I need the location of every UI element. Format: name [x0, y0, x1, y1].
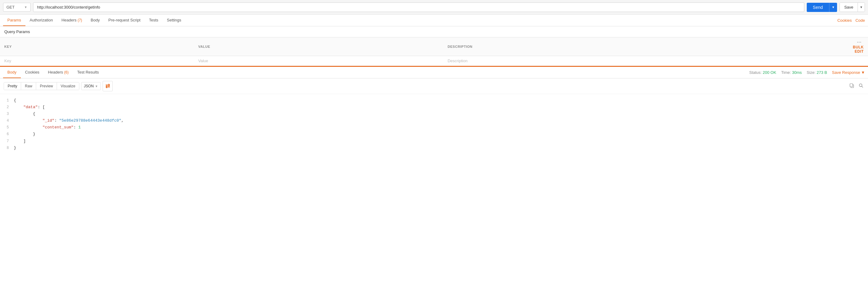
cookies-link[interactable]: Cookies: [837, 15, 852, 26]
code-content-1: {: [14, 97, 16, 104]
response-tabs: Body Cookies Headers (6) Test Results St…: [0, 66, 868, 79]
table-row: Key Value Description: [0, 56, 868, 66]
line-num-7: 7: [0, 138, 14, 144]
code-line-5: 5 "content_sum": 1: [0, 124, 868, 131]
code-content-4: "_id": "5e86e29788e64443e448dfc0",: [14, 117, 124, 124]
status-label: Status: 200 OK: [749, 70, 776, 75]
tab-response-body[interactable]: Body: [3, 67, 21, 78]
code-line-8: 8 }: [0, 145, 868, 151]
line-num-1: 1: [0, 97, 14, 104]
line-num-4: 4: [0, 118, 14, 124]
save-button-group: Save ▼: [839, 2, 865, 12]
format-tab-preview[interactable]: Preview: [36, 82, 57, 90]
value-cell[interactable]: Value: [194, 56, 443, 66]
col-value-header: VALUE: [194, 37, 443, 56]
code-line-1: 1 {: [0, 97, 868, 104]
code-link[interactable]: Code: [856, 15, 865, 26]
time-value: 30ms: [792, 70, 802, 75]
size-value: 273 B: [816, 70, 827, 75]
save-response-label: Save Response: [832, 70, 860, 75]
more-options-icon[interactable]: ···: [857, 39, 862, 45]
code-view: 1 { 2 "data": [ 3 { 4 "_id": "5e86e29788…: [0, 94, 868, 154]
url-input[interactable]: [33, 2, 804, 12]
tab-response-test-results[interactable]: Test Results: [73, 67, 103, 78]
size-label: Size: 273 B: [807, 70, 827, 75]
response-status: Status: 200 OK Time: 30ms Size: 273 B Sa…: [749, 70, 865, 75]
wrap-button[interactable]: ⇄: [103, 81, 113, 91]
method-select[interactable]: GET ▼: [3, 3, 31, 12]
code-line-2: 2 "data": [: [0, 104, 868, 111]
col-description-header: DESCRIPTION: [443, 37, 848, 56]
tab-headers[interactable]: Headers (7): [57, 15, 86, 26]
json-format-select[interactable]: JSON ▼: [81, 82, 101, 90]
col-key-header: KEY: [0, 37, 194, 56]
send-button[interactable]: Send: [807, 3, 829, 12]
svg-rect-1: [850, 84, 853, 87]
code-line-6: 6 }: [0, 131, 868, 138]
method-label: GET: [6, 5, 15, 9]
code-content-3: {: [14, 111, 35, 117]
code-line-4: 4 "_id": "5e86e29788e64443e448dfc0",: [0, 117, 868, 124]
json-format-label: JSON: [84, 84, 94, 88]
code-content-2: "data": [: [14, 104, 45, 111]
request-tabs: Params Authorization Headers (7) Body Pr…: [0, 15, 868, 26]
save-response-chevron-icon: ▼: [861, 70, 865, 75]
tab-prerequest[interactable]: Pre-request Script: [104, 15, 145, 26]
tab-params[interactable]: Params: [3, 15, 25, 26]
format-tabs: Pretty Raw Preview Visualize: [4, 82, 79, 90]
send-button-group: Send ▼: [807, 3, 837, 12]
json-format-chevron-icon: ▼: [95, 85, 98, 88]
request-tabs-right: Cookies Code: [837, 15, 865, 26]
copy-icon[interactable]: [848, 82, 855, 90]
col-actions-header: ··· Bulk Edit: [848, 37, 868, 56]
toolbar-right: [848, 82, 864, 90]
code-content-5: "content_sum": 1: [14, 124, 81, 131]
line-num-8: 8: [0, 145, 14, 151]
line-num-6: 6: [0, 131, 14, 137]
code-line-7: 7 ]: [0, 138, 868, 145]
params-table: KEY VALUE DESCRIPTION ··· Bulk Edit Key …: [0, 37, 868, 66]
line-num-3: 3: [0, 111, 14, 117]
body-toolbar: Pretty Raw Preview Visualize JSON ▼ ⇄: [0, 79, 868, 94]
format-tab-visualize[interactable]: Visualize: [57, 82, 79, 90]
line-num-2: 2: [0, 104, 14, 110]
time-label: Time: 30ms: [781, 70, 802, 75]
row-actions-cell: [848, 56, 868, 66]
tab-tests[interactable]: Tests: [145, 15, 163, 26]
format-tab-pretty[interactable]: Pretty: [4, 82, 21, 90]
code-content-8: }: [14, 145, 16, 151]
method-chevron-icon: ▼: [24, 5, 27, 9]
search-icon[interactable]: [858, 82, 864, 90]
query-params-label: Query Params: [0, 26, 868, 37]
save-button[interactable]: Save: [840, 3, 858, 12]
status-value: 200 OK: [763, 70, 776, 75]
tab-response-headers[interactable]: Headers (6): [44, 67, 73, 78]
save-response-button[interactable]: Save Response ▼: [832, 70, 865, 75]
bulk-edit-button[interactable]: Bulk Edit: [853, 45, 864, 54]
tab-authorization[interactable]: Authorization: [25, 15, 57, 26]
key-cell[interactable]: Key: [0, 56, 194, 66]
tab-settings[interactable]: Settings: [163, 15, 186, 26]
code-line-3: 3 {: [0, 111, 868, 117]
format-tab-raw[interactable]: Raw: [21, 82, 36, 90]
save-dropdown-button[interactable]: ▼: [858, 3, 865, 12]
svg-line-3: [862, 86, 863, 88]
tab-body[interactable]: Body: [86, 15, 104, 26]
code-content-7: ]: [14, 138, 26, 145]
code-content-6: }: [14, 131, 35, 138]
line-num-5: 5: [0, 124, 14, 131]
description-cell[interactable]: Description: [443, 56, 848, 66]
url-bar: GET ▼ Send ▼ Save ▼: [0, 0, 868, 15]
send-dropdown-button[interactable]: ▼: [829, 3, 837, 12]
tab-response-cookies[interactable]: Cookies: [21, 67, 44, 78]
